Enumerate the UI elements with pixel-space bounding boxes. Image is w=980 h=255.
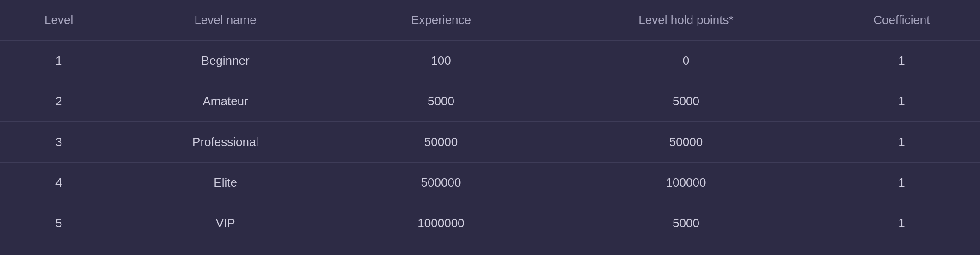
col-header-experience: Experience [333, 0, 549, 41]
table-row: 5VIP100000050001 [0, 203, 980, 244]
table-row: 4Elite5000001000001 [0, 163, 980, 203]
cell-experience: 5000 [333, 81, 549, 122]
cell-coefficient: 1 [823, 163, 980, 203]
cell-name: Elite [117, 163, 333, 203]
levels-table: Level Level name Experience Level hold p… [0, 0, 980, 243]
cell-level: 1 [0, 41, 117, 81]
table-row: 3Professional50000500001 [0, 122, 980, 163]
col-header-name: Level name [117, 0, 333, 41]
col-header-level: Level [0, 0, 117, 41]
cell-level: 2 [0, 81, 117, 122]
cell-name: Beginner [117, 41, 333, 81]
cell-hold-points: 5000 [549, 81, 823, 122]
cell-experience: 100 [333, 41, 549, 81]
cell-coefficient: 1 [823, 81, 980, 122]
cell-coefficient: 1 [823, 122, 980, 163]
col-header-hold-points: Level hold points* [549, 0, 823, 41]
cell-coefficient: 1 [823, 41, 980, 81]
cell-experience: 1000000 [333, 203, 549, 244]
table-header-row: Level Level name Experience Level hold p… [0, 0, 980, 41]
cell-hold-points: 50000 [549, 122, 823, 163]
cell-hold-points: 0 [549, 41, 823, 81]
table-row: 1Beginner10001 [0, 41, 980, 81]
cell-name: Amateur [117, 81, 333, 122]
cell-name: Professional [117, 122, 333, 163]
cell-name: VIP [117, 203, 333, 244]
cell-experience: 50000 [333, 122, 549, 163]
cell-level: 4 [0, 163, 117, 203]
cell-level: 5 [0, 203, 117, 244]
cell-coefficient: 1 [823, 203, 980, 244]
cell-experience: 500000 [333, 163, 549, 203]
cell-hold-points: 100000 [549, 163, 823, 203]
col-header-coefficient: Coefficient [823, 0, 980, 41]
cell-level: 3 [0, 122, 117, 163]
table-row: 2Amateur500050001 [0, 81, 980, 122]
cell-hold-points: 5000 [549, 203, 823, 244]
